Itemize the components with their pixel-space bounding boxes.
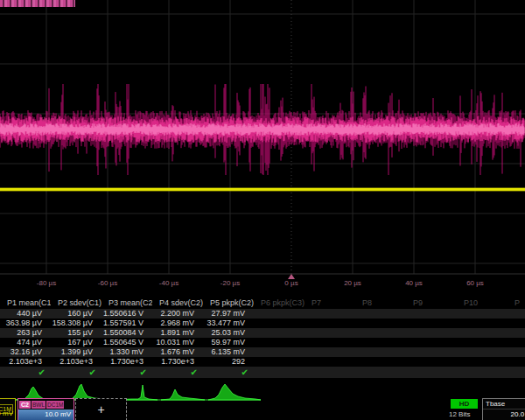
measure-value-cell xyxy=(508,328,525,338)
measurement-table: P1 mean(C1)P2 sdev(C1)P3 mean(C2)P4 sdev… xyxy=(0,298,525,378)
measure-value-cell xyxy=(406,347,457,357)
measure-value-cell xyxy=(508,318,525,328)
channel-c2-descriptor[interactable]: C2 BWL DC1M 10.0 mV xyxy=(18,398,74,420)
measure-value-cell: 59.97 mV xyxy=(203,338,254,347)
measure-header-cell[interactable]: P xyxy=(508,298,525,309)
measure-value-cell xyxy=(508,309,525,318)
measure-value-cell: 1.550616 V xyxy=(102,309,152,318)
time-axis: -100 µs-80 µs-60 µs-40 µs-20 µs0 µs20 µs… xyxy=(0,275,525,294)
measure-value-cell xyxy=(406,328,457,338)
measure-row-mean: 363.98 µV158.308 µV1.557591 V2.968 mV33.… xyxy=(0,318,525,328)
measure-value-cell: 1.550084 V xyxy=(102,328,152,338)
time-axis-label: 0 µs xyxy=(284,279,298,287)
time-axis-label: 20 µs xyxy=(344,279,361,287)
timebase-descriptor[interactable]: Tbase 20.0 µs xyxy=(482,398,525,420)
measure-value-cell xyxy=(457,357,508,367)
measure-value-cell xyxy=(457,309,508,318)
c2-channel-badge: C2 xyxy=(19,401,31,409)
measure-value-cell: 2.103e+3 xyxy=(0,357,51,367)
measure-value-cell xyxy=(355,357,406,367)
measure-value-cell: 10.031 mV xyxy=(152,338,203,347)
trace-c1 xyxy=(0,188,525,191)
measure-value-cell: 155 µV xyxy=(51,328,102,338)
measure-header-cell[interactable]: P2 sdev(C1) xyxy=(51,298,102,309)
add-trace-button[interactable]: + xyxy=(75,398,127,420)
trace-descriptor-bar: DC1M 10.0 mV C2 BWL DC1M 10.0 mV + HD 12… xyxy=(0,398,525,420)
c1-vertical-scale: 10.0 mV xyxy=(0,409,15,418)
measure-header-cell[interactable]: P4 sdev(C2) xyxy=(152,298,203,309)
measure-value-cell xyxy=(254,328,304,338)
measure-row-min: 263 µV155 µV1.550084 V1.891 mV25.03 mV xyxy=(0,328,525,338)
measure-status-check xyxy=(457,367,508,378)
measure-value-cell xyxy=(457,347,508,357)
measure-value-cell xyxy=(355,318,406,328)
measure-row-max: 474 µV167 µV1.550645 V10.031 mV59.97 mV xyxy=(0,338,525,347)
measure-value-cell xyxy=(406,309,457,318)
measure-header-cell[interactable]: P10 xyxy=(457,298,508,309)
time-axis-label: -40 µs xyxy=(159,279,178,287)
measure-value-cell: 160 µV xyxy=(51,309,102,318)
measure-value-cell: 33.477 mV xyxy=(203,318,254,328)
measure-value-cell: 1.676 mV xyxy=(152,347,203,357)
time-axis-label: 40 µs xyxy=(405,279,423,287)
measure-header-cell[interactable]: P5 pkpk(C2) xyxy=(203,298,254,309)
measure-value-cell: 2.968 mV xyxy=(152,318,203,328)
measure-status-check xyxy=(508,367,525,378)
measure-header-cell[interactable]: P8 xyxy=(355,298,406,309)
time-axis-label: -60 µs xyxy=(98,279,117,287)
measure-value-cell: 27.97 mV xyxy=(203,309,254,318)
channel-c1-descriptor[interactable]: DC1M 10.0 mV xyxy=(0,398,16,420)
measure-value-cell xyxy=(355,347,406,357)
measure-status-check xyxy=(254,367,304,378)
measure-value-cell: 167 µV xyxy=(51,338,102,347)
measure-value-cell xyxy=(508,347,525,357)
measure-value-cell: 25.03 mV xyxy=(203,328,254,338)
measure-value-cell xyxy=(355,328,406,338)
measure-value-cell: 158.308 µV xyxy=(51,318,102,328)
measure-value-cell: 474 µV xyxy=(0,338,51,347)
c2-vertical-scale: 10.0 mV xyxy=(18,410,74,420)
c2-bandwidth-badge: BWL xyxy=(32,401,46,409)
measure-value-cell xyxy=(254,338,304,347)
hd-bits-label: 12 Bits xyxy=(449,410,470,418)
measure-header-cell[interactable]: P7 xyxy=(304,298,355,309)
measure-value-cell xyxy=(457,328,508,338)
measure-value-cell: 440 µV xyxy=(0,309,51,318)
measure-header-cell[interactable]: P3 mean(C2) xyxy=(102,298,152,309)
clipped-trace-label xyxy=(0,0,75,7)
measure-value-cell xyxy=(355,338,406,347)
measure-header-cell[interactable]: P1 mean(C1) xyxy=(0,298,51,309)
trigger-position-marker[interactable] xyxy=(288,274,295,279)
measure-value-cell xyxy=(508,357,525,367)
measure-value-cell: 292 xyxy=(203,357,254,367)
measure-value-cell xyxy=(304,309,355,318)
measure-value-cell xyxy=(304,338,355,347)
oscilloscope-screen: -100 µs-80 µs-60 µs-40 µs-20 µs0 µs20 µs… xyxy=(0,0,525,420)
measure-status-check: ✔ xyxy=(51,367,102,378)
time-axis-label: 60 µs xyxy=(466,279,484,287)
measure-header-row: P1 mean(C1)P2 sdev(C1)P3 mean(C2)P4 sdev… xyxy=(0,298,525,309)
measure-status-check: ✔ xyxy=(203,367,254,378)
measure-value-cell xyxy=(457,318,508,328)
measure-header-cell[interactable]: P6 pkpk(C3) xyxy=(254,298,304,309)
measure-value-cell xyxy=(304,357,355,367)
measure-status-check: ✔ xyxy=(152,367,203,378)
measure-status-check xyxy=(304,367,355,378)
measure-value-cell xyxy=(254,318,304,328)
measure-value-cell: 1.557591 V xyxy=(102,318,152,328)
measure-status-check xyxy=(406,367,457,378)
hd-mode-badge[interactable]: HD xyxy=(451,399,478,409)
timebase-label: Tbase xyxy=(483,399,525,410)
measure-status-check xyxy=(355,367,406,378)
measure-value-cell: 1.399 µV xyxy=(51,347,102,357)
measure-value-cell xyxy=(355,309,406,318)
measure-value-cell: 1.891 mV xyxy=(152,328,203,338)
measure-header-cell[interactable]: P9 xyxy=(406,298,457,309)
measure-value-cell xyxy=(254,309,304,318)
waveform-plot-area xyxy=(0,0,525,290)
measure-value-cell: 2.200 mV xyxy=(152,309,203,318)
c2-coupling-badge: DC1M xyxy=(46,401,64,409)
timebase-value: 20.0 µs xyxy=(483,410,525,419)
time-axis-label: -80 µs xyxy=(37,279,56,287)
measure-value-cell: 1.330 mV xyxy=(102,347,152,357)
